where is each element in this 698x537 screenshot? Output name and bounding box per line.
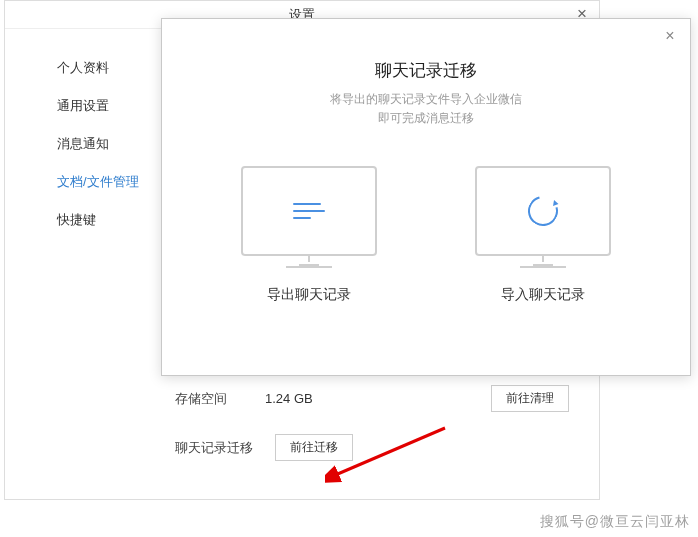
close-icon[interactable]: × bbox=[658, 25, 682, 49]
migrate-dialog: × 聊天记录迁移 将导出的聊天记录文件导入企业微信 即可完成消息迁移 导出聊天记… bbox=[161, 18, 691, 376]
sidebar-item-label: 文档/文件管理 bbox=[57, 174, 139, 189]
monitor-stand bbox=[299, 256, 319, 266]
storage-row: 存储空间 1.24 GB 前往清理 bbox=[175, 385, 569, 412]
monitor-icon bbox=[475, 166, 611, 256]
sidebar-item-label: 个人资料 bbox=[57, 60, 109, 75]
sidebar-item-label: 通用设置 bbox=[57, 98, 109, 113]
storage-value: 1.24 GB bbox=[265, 391, 491, 406]
export-option[interactable]: 导出聊天记录 bbox=[209, 166, 409, 304]
export-label: 导出聊天记录 bbox=[209, 286, 409, 304]
cleanup-button[interactable]: 前往清理 bbox=[491, 385, 569, 412]
settings-sidebar: 个人资料 通用设置 消息通知 文档/文件管理 快捷键 bbox=[5, 29, 145, 499]
monitor-base bbox=[286, 266, 332, 268]
import-option[interactable]: 导入聊天记录 bbox=[443, 166, 643, 304]
sidebar-item-files[interactable]: 文档/文件管理 bbox=[5, 163, 145, 201]
monitor-stand bbox=[533, 256, 553, 266]
sidebar-item-label: 消息通知 bbox=[57, 136, 109, 151]
dialog-subtitle-line: 即可完成消息迁移 bbox=[378, 111, 474, 125]
migrate-row: 聊天记录迁移 前往迁移 bbox=[175, 434, 569, 461]
dialog-subtitle-line: 将导出的聊天记录文件导入企业微信 bbox=[330, 92, 522, 106]
refresh-icon bbox=[523, 191, 564, 232]
sidebar-item-general[interactable]: 通用设置 bbox=[5, 87, 145, 125]
import-label: 导入聊天记录 bbox=[443, 286, 643, 304]
monitor-icon bbox=[241, 166, 377, 256]
list-lines-icon bbox=[293, 198, 325, 224]
sidebar-item-label: 快捷键 bbox=[57, 212, 96, 227]
dialog-options: 导出聊天记录 导入聊天记录 bbox=[162, 166, 690, 304]
migrate-button[interactable]: 前往迁移 bbox=[275, 434, 353, 461]
dialog-subtitle: 将导出的聊天记录文件导入企业微信 即可完成消息迁移 bbox=[162, 90, 690, 128]
dialog-title: 聊天记录迁移 bbox=[162, 59, 690, 82]
storage-label: 存储空间 bbox=[175, 390, 265, 408]
sidebar-item-notifications[interactable]: 消息通知 bbox=[5, 125, 145, 163]
monitor-base bbox=[520, 266, 566, 268]
watermark: 搜狐号@微亘云闫亚林 bbox=[540, 513, 690, 531]
sidebar-item-profile[interactable]: 个人资料 bbox=[5, 49, 145, 87]
sidebar-item-shortcuts[interactable]: 快捷键 bbox=[5, 201, 145, 239]
migrate-label: 聊天记录迁移 bbox=[175, 439, 275, 457]
